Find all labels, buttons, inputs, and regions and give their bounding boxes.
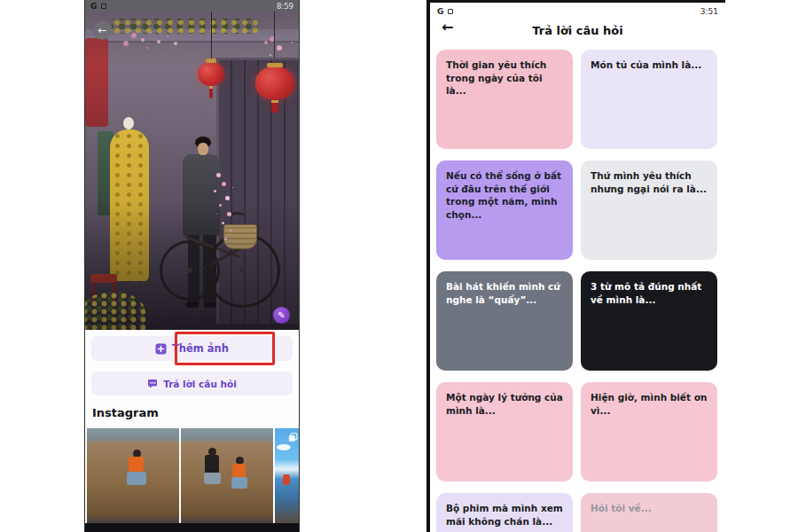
question-card[interactable]: Thứ mình yêu thích nhưng ngại nói ra là.… — [581, 160, 717, 260]
instagram-photo[interactable] — [181, 428, 273, 526]
status-bar: G 3:51 — [430, 3, 725, 17]
person — [231, 477, 247, 489]
photo-vignette — [85, 12, 300, 330]
person — [129, 457, 144, 473]
person — [283, 474, 290, 485]
phone-screenshot-right: G 3:51 ← Trả lời câu hỏi Thời gian yêu t… — [426, 0, 725, 532]
instagram-photo-strip — [85, 428, 300, 526]
instagram-photo[interactable] — [275, 428, 300, 526]
question-card[interactable]: Nếu có thể sống ở bất cứ đâu trên thế gi… — [436, 160, 573, 260]
back-button[interactable]: ← — [442, 19, 453, 35]
profile-photo: ← ✎ — [85, 12, 300, 330]
question-card[interactable]: Bài hát khiến mình cứ nghe là “quẩy”... — [436, 271, 573, 371]
instagram-section-heading: Instagram — [92, 406, 159, 419]
google-icon: G — [437, 7, 443, 16]
bottom-nav-bar — [85, 523, 299, 532]
phone-screenshot-left: G 8:59 — [84, 0, 300, 532]
page-header: ← Trả lời câu hỏi — [430, 17, 725, 43]
person — [205, 455, 219, 473]
screenshot-canvas: G 8:59 — [0, 0, 798, 532]
answer-questions-button[interactable]: Trả lời câu hỏi — [91, 372, 293, 395]
cloud — [277, 444, 291, 450]
question-card[interactable]: Thời gian yêu thích trong ngày của tôi l… — [436, 50, 573, 149]
question-card[interactable]: Hiện giờ, mình biết ơn vì... — [581, 382, 717, 481]
instagram-photo[interactable] — [87, 428, 179, 526]
status-time: 3:51 — [700, 7, 718, 16]
add-photo-icon — [155, 343, 167, 355]
answer-questions-label: Trả lời câu hỏi — [163, 379, 237, 389]
multi-photo-stack-icon — [288, 433, 298, 442]
question-card-grid: Thời gian yêu thích trong ngày của tôi l… — [436, 50, 717, 532]
carrier-group: G — [90, 2, 106, 11]
person — [127, 472, 146, 485]
chat-bubble-icon — [147, 379, 158, 389]
page-title: Trả lời câu hỏi — [532, 24, 622, 37]
question-card[interactable]: Hỏi tôi về... — [581, 493, 717, 532]
question-card[interactable]: Bộ phim mà mình xem mãi không chán là... — [436, 493, 573, 532]
annotation-highlight-box — [175, 332, 275, 365]
back-button[interactable]: ← — [93, 21, 112, 40]
person — [232, 464, 246, 478]
question-card[interactable]: Một ngày lý tưởng của mình là... — [436, 382, 573, 481]
screenshot-indicator-icon — [101, 4, 106, 9]
question-card[interactable]: Món tủ của mình là... — [581, 50, 717, 149]
status-time: 8:59 — [277, 2, 293, 11]
status-bar: G 8:59 — [85, 0, 299, 12]
question-card[interactable]: 3 từ mô tả đúng nhất về mình là... — [581, 271, 717, 371]
screenshot-indicator-icon — [448, 9, 453, 14]
google-icon: G — [90, 2, 97, 11]
carrier-group: G — [437, 7, 453, 16]
edit-photo-button[interactable]: ✎ — [273, 307, 290, 324]
person — [204, 473, 221, 484]
